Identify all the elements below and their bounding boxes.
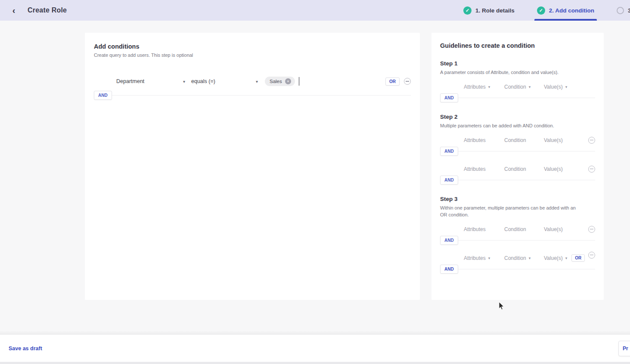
chevron-down-icon: ▾ (256, 79, 258, 84)
step-heading: Step 2 (440, 114, 595, 120)
remove-tag-icon[interactable]: × (285, 78, 291, 84)
remove-condition-icon[interactable] (404, 78, 411, 85)
connector-line (458, 269, 595, 269)
and-connector-row: AND (440, 176, 595, 185)
step-heading: Step 3 (440, 196, 595, 202)
remove-condition-icon (588, 137, 595, 144)
save-as-draft-link[interactable]: Save as draft (9, 345, 42, 352)
step-add-condition[interactable]: ✓ 2. Add condition (534, 0, 597, 21)
demo-row: Attributes Condition Value(s) (440, 225, 595, 233)
operator-select[interactable]: equals (=) ▾ (191, 78, 258, 84)
attributes-placeholder: Attributes (464, 137, 504, 143)
wizard-steps: ✓ 1. Role details ✓ 2. Add condition 3. … (461, 0, 630, 21)
attribute-value: Department (116, 78, 144, 84)
condition-placeholder: Condition ▾ (504, 255, 544, 261)
step-heading: Step 1 (440, 60, 595, 67)
or-button[interactable]: OR (385, 77, 400, 86)
condition-placeholder: Condition (504, 137, 544, 143)
and-badge: AND (440, 93, 458, 102)
condition-row: Department ▾ equals (=) ▾ Sales × OR (94, 75, 411, 88)
attributes-placeholder: Attributes ▾ (464, 255, 504, 261)
and-badge: AND (440, 236, 458, 245)
guideline-step-3: Step 3 Within one parameter, multiple pa… (440, 196, 595, 274)
and-connector-row: AND (440, 93, 595, 102)
chevron-down-icon: ▾ (488, 256, 490, 260)
empty-circle-icon (617, 7, 624, 14)
and-button[interactable]: AND (94, 91, 112, 100)
chevron-down-icon: ▾ (565, 256, 568, 260)
and-badge: AND (440, 265, 458, 274)
step-label: 3. Applica (628, 7, 630, 14)
footer-shadow (0, 330, 630, 335)
chevron-down-icon: ▾ (488, 85, 490, 89)
step-label: 2. Add condition (549, 7, 594, 14)
values-placeholder: Value(s) (544, 137, 563, 143)
step-description: Within one parameter, multiple parameter… (440, 205, 582, 219)
condition-row-actions: OR (385, 77, 411, 86)
connector-line (458, 240, 595, 241)
demo-row: Attributes ▾ Condition ▾ Value(s) ▾ OR (440, 254, 595, 262)
panel-subtitle: Create query to add users. This step is … (94, 52, 411, 58)
chevron-down-icon: ▾ (183, 79, 185, 84)
step-label: 1. Role details (475, 7, 515, 14)
add-conditions-panel: Add conditions Create query to add users… (85, 33, 420, 300)
connector-line (112, 95, 411, 96)
back-icon[interactable]: ‹ (9, 6, 18, 15)
top-header: ‹ Create Role ✓ 1. Role details ✓ 2. Add… (0, 0, 630, 21)
operator-value: equals (=) (191, 78, 215, 84)
values-placeholder: Value(s) (544, 166, 563, 172)
values-placeholder: Value(s) (544, 226, 563, 232)
guideline-step-2: Step 2 Multiple parameters can be added … (440, 114, 595, 185)
condition-placeholder: Condition ▾ (504, 84, 544, 90)
panel-title: Add conditions (94, 43, 411, 50)
remove-condition-icon (588, 226, 595, 233)
step-applications[interactable]: 3. Applica (614, 0, 630, 21)
values-placeholder: Value(s) ▾ (544, 84, 567, 90)
value-tag-label: Sales (270, 79, 282, 84)
mouse-cursor-icon (499, 302, 505, 311)
remove-condition-icon (588, 166, 595, 173)
text-caret (299, 77, 300, 86)
active-step-underline (534, 19, 597, 21)
and-connector-row: AND (440, 236, 595, 245)
connector-line (458, 151, 595, 151)
demo-row: Attributes Condition Value(s) (440, 165, 595, 173)
and-connector-row: AND (440, 147, 595, 156)
guidelines-title: Guidelines to create a condition (440, 42, 595, 49)
attributes-placeholder: Attributes ▾ (464, 84, 504, 90)
footer-bar: Save as draft Pr (0, 335, 630, 362)
values-placeholder: Value(s) ▾ (544, 255, 567, 261)
chevron-down-icon: ▾ (529, 85, 531, 89)
guidelines-panel: Guidelines to create a condition Step 1 … (431, 33, 604, 300)
values-input[interactable]: Sales × (265, 75, 385, 87)
and-badge: AND (440, 147, 458, 156)
guideline-step-1: Step 1 A parameter consists of Attribute… (440, 60, 595, 102)
and-badge: AND (440, 176, 458, 185)
attributes-placeholder: Attributes (464, 166, 504, 172)
check-circle-icon: ✓ (537, 6, 545, 15)
step-description: A parameter consists of Attribute, condi… (440, 69, 582, 76)
step-role-details[interactable]: ✓ 1. Role details (461, 0, 517, 21)
remove-condition-icon (588, 252, 595, 259)
attribute-select[interactable]: Department ▾ (116, 78, 185, 84)
page-title: Create Role (28, 6, 67, 14)
and-connector-row: AND (440, 265, 595, 274)
or-badge: OR (571, 254, 585, 262)
proceed-button[interactable]: Pr (618, 341, 630, 356)
check-circle-icon: ✓ (463, 6, 472, 15)
demo-row: Attributes ▾ Condition ▾ Value(s) ▾ (440, 83, 595, 91)
condition-placeholder: Condition (504, 226, 544, 232)
connector-line (458, 98, 595, 98)
chevron-down-icon: ▾ (529, 256, 531, 260)
chevron-down-icon: ▾ (565, 85, 568, 89)
step-description: Multiple parameters can be added with AN… (440, 123, 582, 130)
demo-row: Attributes Condition Value(s) (440, 136, 595, 144)
bottom-strip (0, 362, 630, 364)
attributes-placeholder: Attributes (464, 226, 504, 232)
connector-line (458, 180, 595, 180)
and-connector-row: AND (94, 91, 411, 100)
value-tag: Sales × (265, 77, 295, 86)
condition-placeholder: Condition (504, 166, 544, 172)
